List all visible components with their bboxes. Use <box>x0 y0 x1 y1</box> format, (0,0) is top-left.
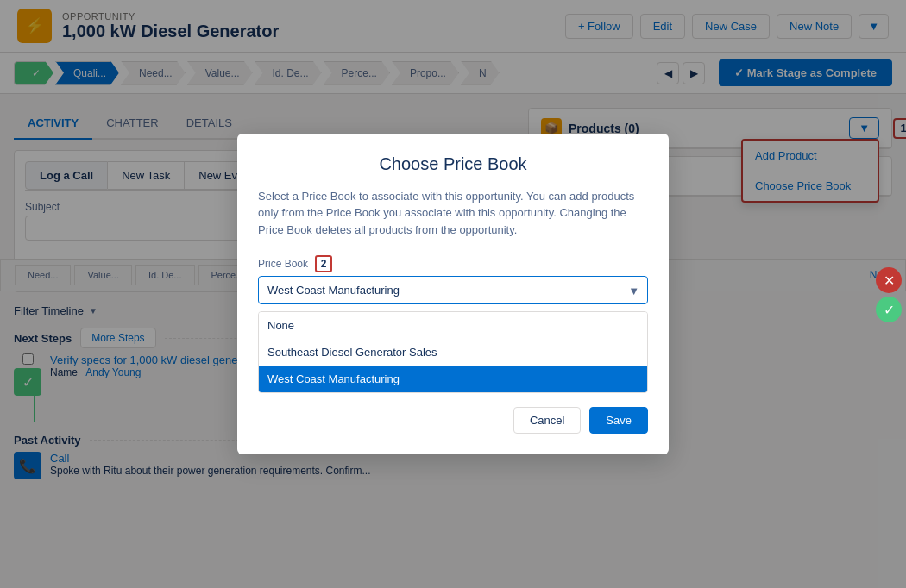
modal-close-x-button[interactable]: ✕ <box>876 267 902 293</box>
modal-footer: Cancel Save <box>258 407 648 434</box>
option-westcoast[interactable]: West Coast Manufacturing <box>259 366 647 392</box>
modal-action-buttons: ✕ ✓ <box>876 267 902 322</box>
price-book-select-wrapper: None None Southeast Diesel Generator Sal… <box>258 276 648 304</box>
modal-save-button[interactable]: Save <box>589 407 648 434</box>
modal-check-button[interactable]: ✓ <box>876 297 902 322</box>
price-book-select[interactable]: None None Southeast Diesel Generator Sal… <box>258 276 648 304</box>
option-southeast[interactable]: Southeast Diesel Generator Sales <box>259 339 647 366</box>
modal-description: Select a Price Book to associate with th… <box>258 188 648 239</box>
option-none[interactable]: None <box>259 312 647 339</box>
price-book-label-row: Price Book 2 <box>258 255 648 272</box>
modal-title: Choose Price Book <box>258 154 648 174</box>
choose-price-book-modal: Choose Price Book Select a Price Book to… <box>237 134 669 455</box>
modal-overlay: Choose Price Book Select a Price Book to… <box>0 0 906 570</box>
modal-badge-2: 2 <box>315 255 332 272</box>
price-book-dropdown-options: None Southeast Diesel Generator Sales We… <box>258 311 648 393</box>
cancel-button[interactable]: Cancel <box>513 407 581 434</box>
